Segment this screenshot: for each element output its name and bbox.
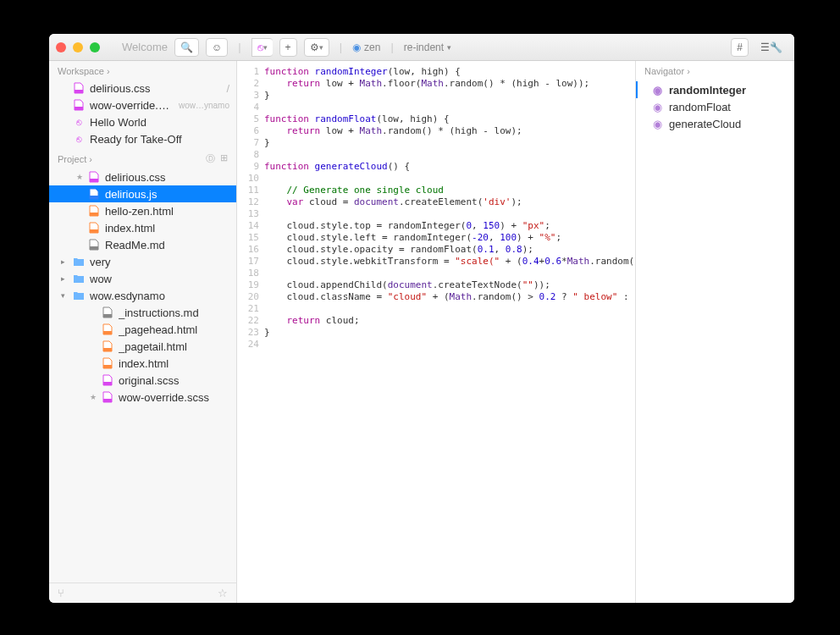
search-button[interactable]: 🔍 [174, 38, 199, 57]
nav-button[interactable]: ⎋ ▾ [251, 38, 273, 57]
file-item[interactable]: ReadMe.md [49, 236, 236, 253]
code-line[interactable] [264, 339, 635, 351]
settings-button[interactable]: ⚙ ▾ [304, 38, 329, 57]
compass-icon: ⎋ [73, 116, 85, 128]
add-button[interactable]: + [279, 38, 297, 57]
css-icon [88, 171, 100, 183]
code-line[interactable] [264, 102, 635, 113]
folder-item[interactable]: ▾wow.esdynamo [49, 287, 236, 304]
code-line[interactable]: cloud.className = "cloud" + (Math.random… [264, 291, 635, 303]
file-item[interactable]: index.html [49, 355, 236, 372]
wrench-button[interactable]: ☰🔧 [755, 38, 788, 57]
code-line[interactable]: } [264, 90, 635, 102]
code-line[interactable]: cloud.style.opacity = randomFloat(0.1, 0… [264, 244, 635, 256]
code-line[interactable] [264, 173, 635, 185]
zen-mode[interactable]: ◉ zen [352, 41, 380, 53]
function-icon: ◉ [653, 84, 662, 97]
file-item[interactable]: _pagetail.html [49, 338, 236, 355]
line-number: 19 [237, 279, 264, 291]
chevron-down-icon: ▾ [319, 43, 323, 52]
hash-button[interactable]: # [731, 38, 749, 57]
star-icon[interactable]: ★ [90, 393, 97, 401]
code-line[interactable] [264, 303, 635, 315]
scss-icon [102, 391, 113, 403]
code-line[interactable]: function randomFloat(low, high) { [264, 113, 635, 125]
code-line[interactable]: return low + Math.random() * (high - low… [264, 125, 635, 137]
code-editor[interactable]: 123456789101112131415161718192021222324 … [237, 61, 635, 603]
navigator-item[interactable]: ◉randomInteger [636, 81, 794, 98]
code-line[interactable]: } [264, 327, 635, 339]
code-content[interactable]: function randomInteger(low, high) { retu… [264, 61, 635, 603]
folder-item[interactable]: ▸very [49, 253, 236, 270]
workspace-item[interactable]: wow-override.scsswow…ynamo [49, 97, 236, 113]
zoom-window-button[interactable] [90, 42, 100, 52]
code-line[interactable]: cloud.appendChild(document.createTextNod… [264, 279, 635, 291]
file-item[interactable]: delirious.js [49, 185, 236, 202]
code-line[interactable] [264, 268, 635, 279]
file-item[interactable]: index.html [49, 219, 236, 236]
code-line[interactable]: cloud.style.webkitTransform = "scale(" +… [264, 256, 635, 268]
file-name: wow.esdynamo [90, 290, 229, 302]
file-item[interactable]: ★wow-override.scss [49, 389, 236, 406]
star-icon[interactable]: ☆ [218, 587, 228, 599]
navigator-item[interactable]: ◉randomFloat [636, 98, 794, 115]
smile-icon: ☺ [212, 41, 222, 53]
chevron-right-icon[interactable]: ▸ [61, 274, 68, 283]
line-number: 2 [237, 78, 264, 90]
star-icon[interactable]: ★ [76, 173, 83, 181]
file-name: delirious.js [105, 188, 229, 201]
minimize-window-button[interactable] [73, 42, 83, 52]
navigator-item[interactable]: ◉generateCloud [636, 115, 794, 132]
code-line[interactable]: return cloud; [264, 315, 635, 327]
chevron-down-icon[interactable]: ▾ [61, 291, 68, 300]
folder-icon [73, 273, 85, 284]
code-line[interactable] [264, 208, 635, 220]
folder-item[interactable]: ▸wow [49, 270, 236, 287]
reindent-dropdown[interactable]: re-indent ▾ [404, 41, 451, 53]
code-line[interactable]: function generateCloud() { [264, 161, 635, 173]
css-icon [73, 82, 85, 94]
line-number: 13 [237, 208, 264, 220]
project-header[interactable]: Project › Ⓓ ⊞ [49, 147, 236, 168]
close-window-button[interactable] [56, 42, 66, 52]
scan-icon[interactable]: ⊞ [220, 152, 228, 165]
line-number: 7 [237, 137, 264, 149]
code-line[interactable]: function randomInteger(low, high) { [264, 66, 635, 78]
file-item[interactable]: _pagehead.html [49, 321, 236, 338]
code-line[interactable]: } [264, 137, 635, 149]
smile-button[interactable]: ☺ [206, 38, 228, 57]
code-line[interactable]: // Generate one single cloud [264, 185, 635, 196]
branch-icon[interactable]: ⑂ [58, 587, 64, 599]
workspace-item[interactable]: delirious.css/ [49, 80, 236, 97]
file-name: ReadMe.md [105, 239, 229, 251]
workspace-item[interactable]: ⎋Ready for Take-Off [49, 130, 236, 147]
code-line[interactable]: var cloud = document.createElement('div'… [264, 196, 635, 208]
file-item[interactable]: original.scss [49, 372, 236, 389]
html-icon [88, 222, 100, 234]
chevron-right-icon[interactable]: ▸ [61, 257, 68, 266]
workspace-header[interactable]: Workspace › [49, 61, 236, 80]
file-name: original.scss [119, 374, 229, 387]
dynamo-icon[interactable]: Ⓓ [206, 152, 215, 165]
workspace-item[interactable]: ⎋Hello World [49, 113, 236, 130]
code-line[interactable]: return low + Math.floor(Math.random() * … [264, 78, 635, 90]
line-number: 15 [237, 232, 264, 244]
code-line[interactable]: cloud.style.left = randomInteger(-20, 10… [264, 232, 635, 244]
file-item[interactable]: ★delirious.css [49, 168, 236, 185]
list-icon: ☰ [760, 41, 770, 53]
code-line[interactable]: cloud.style.top = randomInteger(0, 150) … [264, 220, 635, 232]
line-number: 6 [237, 125, 264, 137]
line-gutter: 123456789101112131415161718192021222324 [237, 61, 264, 603]
line-number: 9 [237, 161, 264, 173]
code-line[interactable] [264, 149, 635, 161]
file-meta: / [226, 82, 229, 95]
file-name: delirious.css [90, 82, 221, 95]
file-item[interactable]: _instructions.md [49, 304, 236, 321]
folder-icon [73, 256, 85, 268]
file-item[interactable]: hello-zen.html [49, 202, 236, 219]
html-icon [102, 357, 113, 369]
nav-button-group: ⎋ ▾ [251, 38, 273, 57]
toolbar-separator-3: | [390, 41, 393, 53]
md-icon [88, 239, 100, 251]
navigator-header[interactable]: Navigator › [636, 61, 794, 81]
